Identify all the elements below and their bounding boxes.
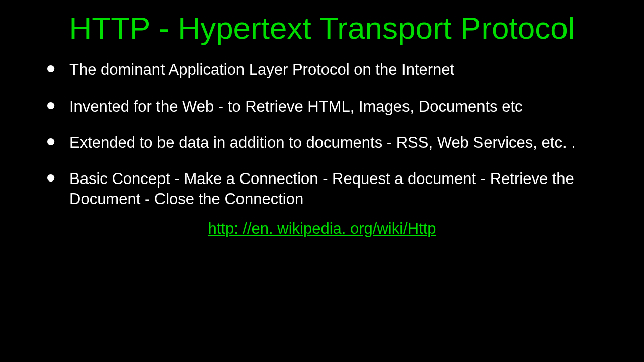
link-row: http: //en. wikipedia. org/wiki/Http <box>30 220 614 238</box>
slide: HTTP - Hypertext Transport Protocol The … <box>0 0 644 362</box>
bullet-item: Extended to be data in addition to docum… <box>55 133 614 153</box>
bullet-item: Invented for the Web - to Retrieve HTML,… <box>55 97 614 117</box>
slide-title: HTTP - Hypertext Transport Protocol <box>30 10 614 46</box>
bullet-item: Basic Concept - Make a Connection - Requ… <box>55 169 614 210</box>
bullet-list: The dominant Application Layer Protocol … <box>30 60 614 209</box>
bullet-item: The dominant Application Layer Protocol … <box>55 60 614 80</box>
reference-link[interactable]: http: //en. wikipedia. org/wiki/Http <box>208 220 436 237</box>
